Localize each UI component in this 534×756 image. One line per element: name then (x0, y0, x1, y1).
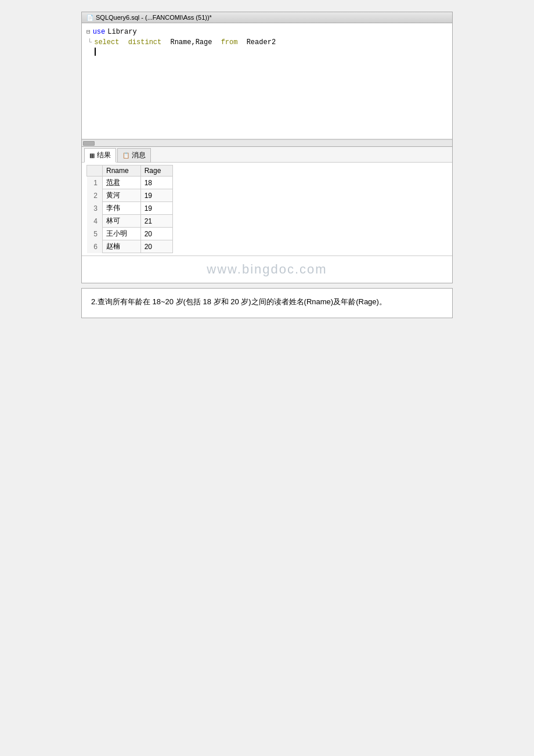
rname-cell: 李伟 (103, 202, 141, 215)
col-rname-header: Rname (103, 165, 141, 177)
code-pipe-icon: └ (88, 37, 92, 48)
col-rage-header: Rage (140, 165, 173, 177)
sql-editor-panel: 📄 SQLQuery6.sql - (...FANCOMI\Ass (51))*… (82, 12, 452, 147)
results-panel: ▦ 结果 📋 消息 Rname Rage (82, 147, 452, 255)
rage-cell: 20 (140, 240, 173, 253)
description-text: 2.查询所有年龄在 18~20 岁(包括 18 岁和 20 岁)之间的读者姓名(… (91, 296, 443, 308)
results-tabs: ▦ 结果 📋 消息 (82, 147, 452, 163)
rage-cell: 20 (140, 228, 173, 240)
keyword-distinct: distinct (128, 37, 162, 48)
main-box: 📄 SQLQuery6.sql - (...FANCOMI\Ass (51))*… (81, 12, 453, 283)
tab-messages[interactable]: 📋 消息 (117, 148, 151, 163)
table-row: 3李伟19 (87, 202, 173, 215)
db-name: Library (107, 27, 136, 37)
row-num-cell: 5 (87, 228, 103, 240)
rage-cell: 19 (140, 202, 173, 215)
results-table: Rname Rage 1范君182黄河193李伟194林可215王小明206赵楠… (86, 165, 173, 253)
rname-cell: 范君 (103, 177, 141, 189)
tab-results[interactable]: ▦ 结果 (84, 148, 116, 163)
row-num-cell: 3 (87, 202, 103, 215)
code-line-1: ⊟ use Library (86, 27, 448, 37)
rname-cell: 林可 (103, 215, 141, 228)
rname-cell: 王小明 (103, 228, 141, 240)
row-num-cell: 6 (87, 240, 103, 253)
watermark-text: www.bingdoc.com (207, 262, 327, 276)
editor-title: SQLQuery6.sql - (...FANCOMI\Ass (51))* (96, 14, 212, 21)
row-num-cell: 2 (87, 189, 103, 202)
rname-cell: 赵楠 (103, 240, 141, 253)
results-tab-label: 结果 (97, 150, 111, 160)
text-cursor (95, 48, 96, 56)
col-num-header (87, 165, 103, 177)
fields: Rname,Rage (170, 37, 212, 48)
row-num-cell: 1 (87, 177, 103, 189)
keyword-use: use (93, 27, 106, 37)
table-row: 5王小明20 (87, 228, 173, 240)
description-box: 2.查询所有年龄在 18~20 岁(包括 18 岁和 20 岁)之间的读者姓名(… (81, 288, 453, 318)
keyword-from: from (221, 37, 238, 48)
table-row: 1范君18 (87, 177, 173, 189)
messages-tab-label: 消息 (132, 150, 146, 160)
keyword-select: select (94, 37, 119, 48)
row-num-cell: 4 (87, 215, 103, 228)
table-name: Reader2 (247, 37, 276, 48)
sql-code-area[interactable]: ⊟ use Library └ select distinct Rname,Ra… (82, 23, 452, 139)
h-scrollbar-thumb[interactable] (83, 141, 95, 146)
watermark-bar: www.bingdoc.com (82, 255, 452, 283)
rage-cell: 19 (140, 189, 173, 202)
file-icon: 📄 (86, 15, 93, 21)
cursor-line (93, 48, 448, 56)
h-scrollbar[interactable] (82, 139, 452, 146)
results-table-container: Rname Rage 1范君182黄河193李伟194林可215王小明206赵楠… (82, 163, 452, 255)
messages-tab-icon: 📋 (122, 152, 129, 159)
code-minus-icon: ⊟ (86, 27, 91, 37)
sql-editor-titlebar: 📄 SQLQuery6.sql - (...FANCOMI\Ass (51))* (82, 12, 452, 23)
rage-cell: 21 (140, 215, 173, 228)
results-tab-icon: ▦ (89, 152, 95, 159)
table-row: 6赵楠20 (87, 240, 173, 253)
code-line-2: └ select distinct Rname,Rage from Reader… (86, 37, 448, 48)
table-row: 2黄河19 (87, 189, 173, 202)
page-container: 📄 SQLQuery6.sql - (...FANCOMI\Ass (51))*… (0, 0, 534, 756)
table-row: 4林可21 (87, 215, 173, 228)
rage-cell: 18 (140, 177, 173, 189)
table-header-row: Rname Rage (87, 165, 173, 177)
rname-cell: 黄河 (103, 189, 141, 202)
